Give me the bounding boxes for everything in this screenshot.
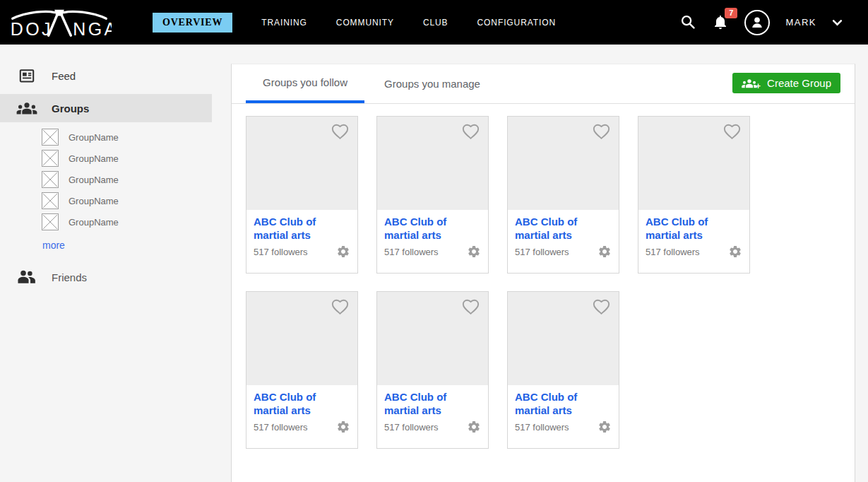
main-panel: Groups you follow Groups you manage + Cr…: [231, 64, 855, 482]
chevron-down-icon[interactable]: [832, 19, 843, 26]
group-followers-count: 517 followers: [515, 247, 569, 257]
group-card: ABC Club of martial arts 517 followers: [507, 116, 619, 274]
group-card-image[interactable]: [377, 117, 488, 210]
group-settings-gear-icon[interactable]: [598, 420, 612, 434]
nav-item-training[interactable]: TRAINING: [261, 18, 307, 28]
sidebar-group-link[interactable]: GroupName: [0, 148, 231, 169]
group-followers-count: 517 followers: [254, 247, 308, 257]
feed-icon: [16, 66, 37, 85]
notification-count-badge: 7: [725, 8, 737, 18]
group-card: ABC Club of martial arts 517 followers: [638, 116, 750, 274]
sidebar-item-friends[interactable]: Friends: [0, 263, 231, 291]
create-group-label: Create Group: [767, 77, 831, 89]
sidebar-groups-label: Groups: [52, 102, 89, 114]
favorite-heart-icon[interactable]: [331, 123, 350, 140]
groups-tabbar: Groups you follow Groups you manage + Cr…: [232, 64, 855, 104]
group-card: ABC Club of martial arts 517 followers: [507, 291, 619, 449]
favorite-heart-icon[interactable]: [461, 123, 480, 140]
tab-groups-you-manage[interactable]: Groups you manage: [364, 64, 500, 103]
username-label[interactable]: MARK: [785, 17, 816, 28]
group-card-body: ABC Club of martial arts 517 followers: [246, 385, 357, 448]
user-avatar[interactable]: [744, 10, 770, 35]
dojanga-logo-icon: DOJ NGA: [7, 5, 112, 40]
favorite-heart-icon[interactable]: [461, 298, 480, 315]
nav-item-club[interactable]: CLUB: [423, 18, 448, 28]
tab-groups-you-follow[interactable]: Groups you follow: [246, 64, 364, 103]
nav-item-configuration[interactable]: CONFIGURATION: [477, 18, 556, 28]
sidebar-friends-label: Friends: [52, 271, 87, 283]
group-card: ABC Club of martial arts 517 followers: [246, 116, 358, 274]
favorite-heart-icon[interactable]: [592, 123, 611, 140]
group-followers-count: 517 followers: [384, 422, 439, 433]
nav-item-overview[interactable]: OVERVIEW: [153, 13, 232, 33]
group-settings-gear-icon[interactable]: [336, 420, 350, 434]
group-card-body: ABC Club of martial arts 517 followers: [508, 210, 619, 273]
favorite-heart-icon[interactable]: [592, 298, 611, 315]
placeholder-image-icon: [42, 171, 59, 188]
sidebar-group-links: GroupName GroupName GroupName GroupName …: [0, 127, 231, 233]
group-card-body: ABC Club of martial arts 517 followers: [638, 210, 749, 273]
group-card-image[interactable]: [246, 117, 357, 210]
sidebar-group-link[interactable]: GroupName: [0, 127, 231, 148]
group-card-image[interactable]: [246, 292, 357, 385]
sidebar-item-groups[interactable]: Groups: [0, 94, 212, 122]
main-menu: OVERVIEW TRAINING COMMUNITY CLUB CONFIGU…: [153, 13, 556, 33]
group-card-title[interactable]: ABC Club of martial arts: [515, 215, 612, 242]
groups-icon: [16, 100, 37, 117]
group-followers-count: 517 followers: [254, 422, 308, 433]
plus-icon: +: [756, 82, 761, 90]
placeholder-image-icon: [42, 192, 59, 209]
group-followers-count: 517 followers: [646, 247, 700, 257]
group-link-label: GroupName: [69, 175, 119, 185]
group-settings-gear-icon[interactable]: [467, 245, 481, 259]
search-icon[interactable]: [680, 14, 696, 30]
group-link-label: GroupName: [69, 196, 119, 206]
sidebar-group-link[interactable]: GroupName: [0, 169, 231, 190]
sidebar-group-link[interactable]: GroupName: [0, 211, 231, 233]
group-settings-gear-icon[interactable]: [728, 245, 742, 259]
group-link-label: GroupName: [69, 153, 119, 164]
notifications-bell-icon[interactable]: 7: [712, 14, 729, 31]
group-cards-grid: ABC Club of martial arts 517 followers A…: [232, 104, 855, 463]
group-settings-gear-icon[interactable]: [598, 245, 612, 259]
placeholder-image-icon: [42, 213, 59, 230]
group-settings-gear-icon[interactable]: [467, 420, 481, 434]
group-card-title[interactable]: ABC Club of martial arts: [515, 390, 612, 417]
friends-icon: [16, 269, 37, 286]
svg-text:DOJ: DOJ: [11, 19, 53, 39]
group-followers-count: 517 followers: [515, 422, 569, 433]
group-link-label: GroupName: [69, 217, 119, 228]
group-card-body: ABC Club of martial arts 517 followers: [377, 385, 488, 448]
group-card-image[interactable]: [508, 292, 619, 385]
group-card-body: ABC Club of martial arts 517 followers: [246, 210, 357, 273]
sidebar: Feed Groups GroupName GroupName GroupNam: [0, 45, 231, 482]
group-card-image[interactable]: [377, 292, 488, 385]
nav-item-community[interactable]: COMMUNITY: [336, 18, 394, 28]
dojanga-logo[interactable]: DOJ NGA: [7, 4, 113, 41]
sidebar-item-feed[interactable]: Feed: [0, 61, 231, 90]
group-link-label: GroupName: [69, 132, 119, 143]
placeholder-image-icon: [42, 150, 59, 167]
group-card-body: ABC Club of martial arts 517 followers: [508, 385, 619, 448]
svg-text:NGA: NGA: [73, 19, 112, 39]
group-card-image[interactable]: [508, 117, 619, 210]
create-group-icon: +: [742, 76, 761, 90]
create-group-button[interactable]: + Create Group: [732, 73, 840, 93]
group-card-title[interactable]: ABC Club of martial arts: [646, 215, 742, 242]
favorite-heart-icon[interactable]: [723, 123, 742, 140]
group-card: ABC Club of martial arts 517 followers: [376, 116, 489, 274]
group-card-title[interactable]: ABC Club of martial arts: [254, 390, 350, 417]
group-card-title[interactable]: ABC Club of martial arts: [384, 215, 481, 242]
group-card-image[interactable]: [638, 117, 749, 210]
top-navbar: DOJ NGA OVERVIEW TRAINING COMMUNITY CLUB…: [0, 0, 868, 45]
group-settings-gear-icon[interactable]: [336, 245, 350, 259]
group-card-title[interactable]: ABC Club of martial arts: [254, 215, 350, 242]
group-card-body: ABC Club of martial arts 517 followers: [377, 210, 488, 273]
sidebar-feed-label: Feed: [52, 70, 76, 82]
person-icon: [749, 14, 766, 31]
more-groups-link[interactable]: more: [42, 240, 65, 251]
placeholder-image-icon: [42, 129, 59, 146]
sidebar-group-link[interactable]: GroupName: [0, 190, 231, 211]
favorite-heart-icon[interactable]: [331, 298, 350, 315]
group-card-title[interactable]: ABC Club of martial arts: [384, 390, 481, 417]
